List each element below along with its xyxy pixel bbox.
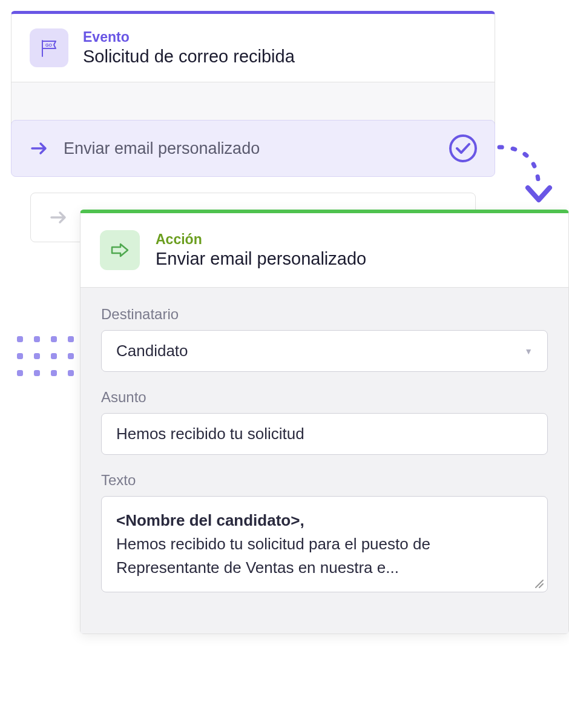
- body-content-text: Hemos recibido tu solicitud para el pues…: [116, 535, 430, 577]
- svg-point-1: [450, 136, 476, 161]
- arrow-right-outline-icon: [108, 239, 131, 262]
- event-labels: Evento Solicitud de correo recibida: [83, 29, 295, 67]
- form-group-body: Texto <Nombre del candidato>, Hemos reci…: [101, 472, 548, 592]
- workflow-step-active[interactable]: Enviar email personalizado: [11, 120, 495, 177]
- subject-input[interactable]: [101, 413, 548, 455]
- action-title: Enviar email personalizado: [156, 249, 366, 269]
- event-type-label: Evento: [83, 29, 295, 45]
- checkmark-circle-icon: [449, 134, 478, 163]
- action-card: Acción Enviar email personalizado Destin…: [80, 210, 569, 634]
- flag-go-icon: GO: [38, 37, 60, 59]
- event-header: GO Evento Solicitud de correo recibida: [12, 14, 495, 82]
- recipient-label: Destinatario: [101, 306, 548, 323]
- body-textarea[interactable]: <Nombre del candidato>, Hemos recibido t…: [101, 496, 548, 592]
- recipient-select[interactable]: Candidato ▼: [101, 330, 548, 372]
- recipient-value: Candidato: [116, 342, 188, 360]
- step-active-text: Enviar email personalizado: [64, 139, 435, 158]
- event-icon-box: GO: [30, 28, 68, 67]
- body-placeholder-token: <Nombre del candidato>,: [116, 511, 304, 529]
- event-title: Solicitud de correo recibida: [83, 47, 295, 67]
- action-labels: Acción Enviar email personalizado: [156, 231, 366, 269]
- subject-label: Asunto: [101, 389, 548, 406]
- arrow-right-icon: [48, 207, 70, 228]
- decoration-dots: [17, 336, 74, 376]
- body-label: Texto: [101, 472, 548, 489]
- action-icon-box: [100, 230, 140, 270]
- action-form: Destinatario Candidato ▼ Asunto Texto <N…: [81, 287, 568, 634]
- form-group-recipient: Destinatario Candidato ▼: [101, 306, 548, 372]
- action-type-label: Acción: [156, 231, 366, 248]
- arrow-right-icon: [28, 137, 50, 159]
- form-group-subject: Asunto: [101, 389, 548, 455]
- connector-arrow-icon: [496, 138, 563, 211]
- caret-down-icon: ▼: [524, 346, 533, 356]
- action-header: Acción Enviar email personalizado: [81, 213, 568, 287]
- svg-text:GO: GO: [45, 43, 52, 47]
